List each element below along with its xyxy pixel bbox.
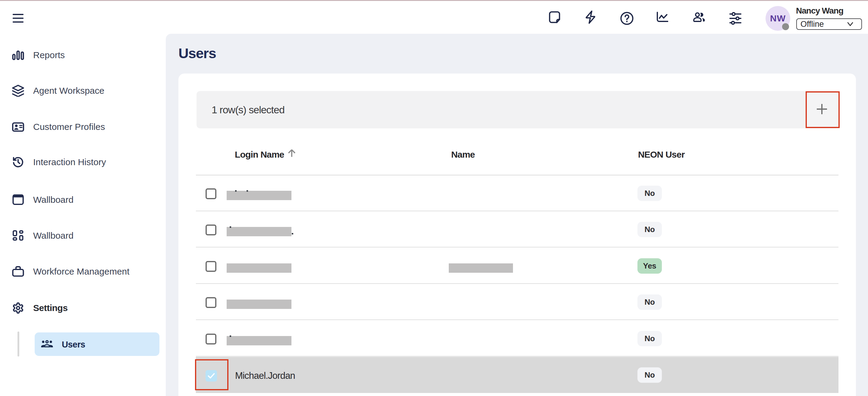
row-separator — [196, 356, 838, 357]
main-content: Users 1 row(s) selected Login Name Name … — [166, 34, 868, 396]
sort-arrow-icon[interactable] — [288, 150, 296, 157]
sidebar-item-reports[interactable]: Reports — [0, 46, 166, 64]
column-header-name[interactable]: Name — [451, 150, 475, 160]
gear-icon — [12, 302, 24, 314]
users-icon — [41, 340, 53, 349]
subnav-rail — [18, 332, 19, 357]
redacted-text-fragment — [230, 226, 231, 228]
redacted-text-fragment — [235, 190, 237, 192]
annotation-box-checkbox — [195, 359, 228, 390]
redacted-login — [227, 336, 291, 345]
row-checkbox[interactable] — [206, 224, 216, 235]
selection-count: 1 row(s) selected — [212, 91, 284, 128]
people-icon[interactable] — [693, 12, 705, 22]
annotation-box-add-button — [806, 91, 840, 128]
status-select-value: Offline — [801, 20, 824, 29]
redacted-text-fragment — [292, 233, 293, 235]
table-row[interactable]: No — [196, 284, 838, 320]
neon-badge: No — [638, 295, 662, 310]
sidebar-item-interaction-history[interactable]: Interaction History — [0, 153, 166, 171]
redacted-login — [227, 300, 291, 309]
table-row[interactable]: No — [196, 321, 838, 357]
sidebar-item-agent-workspace[interactable]: Agent Workspace — [0, 82, 166, 100]
table-toolbar: 1 row(s) selected — [196, 91, 839, 128]
sidebar: Reports Agent Workspace Customer Profile… — [0, 34, 166, 396]
dashboard-icon — [12, 230, 24, 242]
column-header-neon-user[interactable]: NEON User — [638, 150, 685, 160]
note-icon[interactable] — [547, 10, 562, 24]
sidebar-item-customer-profiles[interactable]: Customer Profiles — [0, 118, 166, 136]
login-name: Michael.Jordan — [235, 370, 295, 381]
status-dot — [782, 23, 789, 30]
row-separator — [196, 319, 838, 320]
sidebar-item-users[interactable]: Users — [35, 332, 159, 356]
zap-icon[interactable] — [584, 10, 598, 24]
sidebar-item-wallboard[interactable]: Wallboard — [0, 191, 166, 209]
briefcase-icon — [12, 266, 24, 278]
neon-badge: No — [638, 367, 662, 383]
page-title: Users — [179, 45, 216, 61]
hamburger-icon[interactable] — [13, 13, 24, 23]
sliders-icon[interactable] — [730, 12, 741, 25]
row-checkbox[interactable] — [206, 261, 216, 272]
redacted-login — [227, 191, 291, 200]
neon-badge: No — [638, 186, 662, 201]
table-row-selected[interactable]: Michael.Jordan No — [196, 357, 838, 393]
users-card: 1 row(s) selected Login Name Name NEON U… — [179, 73, 856, 396]
row-checkbox[interactable] — [206, 334, 216, 344]
row-checkbox[interactable] — [206, 188, 216, 199]
id-card-icon — [12, 121, 24, 133]
sidebar-item-settings[interactable]: Settings — [0, 299, 166, 317]
chevron-down-icon — [847, 22, 853, 26]
redacted-text-fragment — [247, 190, 248, 192]
redacted-login — [227, 227, 291, 236]
status-select[interactable]: Offline — [796, 19, 862, 30]
redacted-text-fragment — [230, 335, 231, 337]
window-icon — [12, 194, 24, 206]
redacted-name — [449, 264, 513, 273]
chart-icon[interactable] — [657, 12, 668, 22]
table-row[interactable]: No — [196, 175, 838, 211]
help-icon[interactable] — [620, 11, 634, 26]
layers-icon — [12, 85, 24, 97]
sidebar-item-workforce-management[interactable]: Workforce Management — [0, 263, 166, 281]
neon-badge: No — [638, 222, 662, 237]
table-row[interactable]: No — [196, 211, 838, 247]
redacted-login — [227, 264, 291, 273]
row-checkbox[interactable] — [206, 297, 216, 308]
column-header-login-name[interactable]: Login Name — [235, 150, 284, 160]
top-accent-strip — [0, 0, 868, 1]
topbar: NW Nancy Wang Offline — [0, 1, 868, 34]
neon-badge: Yes — [638, 258, 662, 274]
neon-badge: No — [638, 331, 662, 346]
table-row[interactable]: Yes — [196, 248, 838, 284]
sidebar-item-wallboard-2[interactable]: Wallboard — [0, 226, 166, 245]
user-name: Nancy Wang — [796, 6, 843, 16]
bar-chart-icon — [12, 49, 24, 61]
history-icon — [12, 156, 24, 168]
row-separator — [196, 247, 838, 247]
